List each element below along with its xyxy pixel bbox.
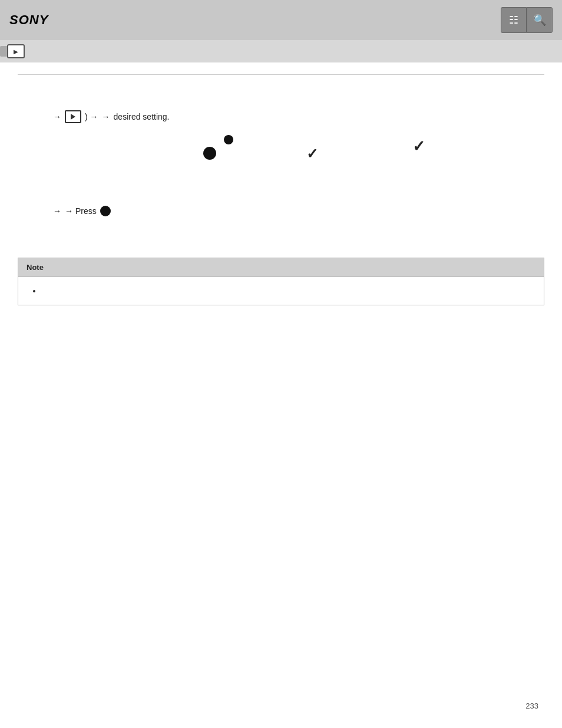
desired-setting-text: desired setting. [114, 112, 170, 121]
playback-icon [65, 110, 81, 123]
search-icon-button[interactable]: 🔍 [527, 7, 553, 33]
header: SONY ☷ 🔍 [0, 0, 562, 40]
dot-large-icon [203, 147, 216, 160]
dot-medium-icon [224, 135, 233, 144]
list-icon: ☷ [509, 14, 518, 27]
symbols-area: ✓ ✓ [18, 129, 544, 200]
arrow-3: → [53, 206, 61, 216]
list-icon-button[interactable]: ☷ [501, 7, 527, 33]
symbol-dot-upper [224, 135, 233, 146]
main-content: → ) → → desired setting. ✓ ✓ → → Press [0, 87, 562, 246]
page-number: 233 [525, 701, 538, 710]
sony-logo: SONY [9, 12, 48, 28]
note-body [18, 277, 544, 305]
note-box: Note [18, 258, 544, 305]
camera-tab-icon: ▶ [7, 44, 25, 58]
checkmark-left: ✓ [306, 146, 318, 162]
arrow-1: → [53, 112, 61, 121]
divider [18, 74, 544, 75]
paren-arrow: ) → [85, 112, 98, 121]
note-list [36, 286, 535, 295]
press-dot-icon [100, 206, 111, 216]
note-list-item [42, 286, 535, 295]
checkmark-right-icon: ✓ [412, 137, 425, 155]
instruction-line-2: → → Press [53, 206, 544, 216]
header-icons: ☷ 🔍 [501, 7, 553, 33]
arrow-4: → Press [65, 206, 97, 216]
note-header: Note [18, 258, 544, 277]
checkmark-right: ✓ [412, 137, 425, 156]
note-header-text: Note [27, 263, 44, 272]
checkmark-left-icon: ✓ [306, 146, 318, 162]
arrow-2: → [102, 112, 110, 121]
playback-triangle [71, 114, 75, 120]
symbol-dot-lower [203, 147, 216, 162]
sub-header: ▶ [0, 40, 562, 62]
search-icon: 🔍 [533, 14, 546, 27]
instruction-line-1: → ) → → desired setting. [53, 110, 544, 123]
